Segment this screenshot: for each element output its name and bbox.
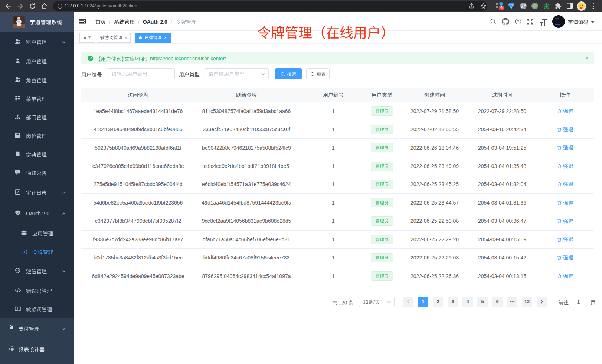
svg-text:a: a — [24, 251, 25, 253]
svg-text:9: 9 — [500, 6, 503, 10]
